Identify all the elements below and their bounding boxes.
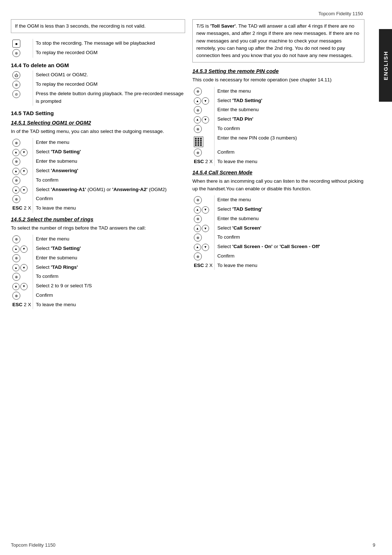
header-title: Topcom Fidelity 1150 [318,11,363,16]
esc1-icon-cell: ESC 2 X [11,204,33,212]
table-row: Enter the new PIN code (3 numbers) [192,134,364,148]
tad-setting3-text: Select 'TAD Setting' [214,96,364,106]
confirm1-icon: ⊕ [12,177,20,185]
power-icon-cell: ⏻ [11,70,33,80]
table-row: ▲ ▼ Select 'Call Screen - On' or 'Call S… [192,242,364,252]
replay2-icon-cell: ⊛ [11,80,33,89]
tad-pin-text: Select 'TAD Pin' [214,115,364,124]
submenu-text: Enter the submenu [33,157,185,166]
confirm7-icon-cell: ⊕ [192,233,214,242]
tad-rings-text: Select 'TAD Rings' [33,263,185,272]
menu6-icon-cell: ⊕ [192,105,214,115]
table-row: ESC 2 X To leave the menu [11,300,185,309]
table-row: ⏻ Select OGM1 or OGM2. [11,70,185,80]
confirm2-icon: ⊕ [12,195,20,203]
confirm1-icon-cell: ⊕ [11,176,33,185]
updown-icon: ▲ ▼ [12,149,28,156]
updown8-icon-cell: ▲ ▼ [192,115,214,124]
confirm2-icon-cell: ⊕ [11,194,33,204]
pin-code-text: Enter the new PIN code (3 numbers) [214,134,364,148]
power-text: Select OGM1 or OGM2. [33,70,185,80]
arrow-up-icon: ▲ [12,149,20,156]
table-row: ▲ ▼ Select 'TAD Setting' [192,96,364,106]
arrow-up6-icon: ▲ [12,283,20,290]
menu7-text: Enter the menu [214,195,364,205]
keypad-icon [194,137,203,147]
table-row: ▲ ▼ Select 'TAD Pin' [192,115,364,124]
updown9-icon: ▲ ▼ [194,206,209,214]
section-14-5-3-body: This code is necessary for remote operat… [192,76,364,84]
table-row: ⊕ To confirm [192,233,364,242]
table-row: ⊕ Confirm [192,148,364,157]
table-row: ⊕ Enter the menu [11,235,185,244]
menu-icon: ⊕ [12,139,20,147]
delete-icon-cell: ⊘ [11,89,33,106]
confirm3-icon-cell: ⊕ [11,272,33,281]
main-content: If the OGM is less than 3 seconds, the r… [11,19,381,312]
table-row: ⊕ Enter the submenu [192,214,364,224]
page-footer: Topcom Fidelity 1150 9 [11,542,375,548]
section-14-5-3-table: ⊕ Enter the menu ▲ ▼ Select 'TAD Setting… [192,87,364,166]
arrow-down7-icon: ▼ [202,97,209,105]
table-row: ⊕ Confirm [192,252,364,261]
confirm8-icon: ⊕ [194,252,202,260]
menu7-icon-cell: ⊕ [192,195,214,205]
section-14-5-4-body: When there is an incomming call you can … [192,178,364,193]
arrow-down10-icon: ▼ [202,225,209,232]
confirm3-icon: ⊕ [12,273,20,281]
menu2-icon-cell: ⊕ [11,157,33,166]
arrow-down11-icon: ▼ [202,244,209,251]
confirm5-icon-cell: ⊕ [192,124,214,134]
table-row: ESC 2 X To leave the menu [11,204,185,212]
arrow-down6-icon: ▼ [20,283,28,290]
table-row: ⊛ To replay the recorded OGM [11,80,185,89]
confirm1-text: To confirm [33,176,185,185]
updown5-icon: ▲ ▼ [12,264,28,271]
menu-icon-cell: ⊕ [11,138,33,147]
updown11-icon: ▲ ▼ [194,244,209,251]
updown2-icon: ▲ ▼ [12,168,28,175]
updown3-icon-cell: ▲ ▼ [11,185,33,195]
esc4-icon-cell: ESC 2 X [192,261,214,270]
updown4-icon: ▲ ▼ [12,246,28,253]
call-screen-on-off-text: Select 'Call Screen - On' or 'Call Scree… [214,242,364,252]
confirm5-icon: ⊕ [194,125,202,133]
section-14-5-3-subtitle: 14.5.3 Setting the remote PIN code [192,68,364,74]
section-14-4-table: ⏻ Select OGM1 or OGM2. ⊛ To replay the r… [11,70,185,106]
arrow-down2-icon: ▼ [20,168,28,175]
right-column: T/S is 'Toll Saver'. The TAD will answer… [192,19,364,312]
esc2-label: ESC [12,302,23,307]
confirm4-icon-cell: ⊕ [11,291,33,300]
arrow-down8-icon: ▼ [202,116,209,123]
updown6-icon-cell: ▲ ▼ [11,281,33,291]
table-row: ▲ ▼ Select 2 to 9 or select T/S [11,281,185,291]
menu3-text: Enter the menu [33,235,185,244]
menu-text: Enter the menu [33,138,185,147]
menu4-icon: ⊕ [12,254,20,262]
section-14-5-1-body: In of the TAD setting menu, you can also… [11,128,185,135]
section-14-5-4-table: ⊕ Enter the menu ▲ ▼ Select 'TAD Setting… [192,195,364,270]
menu7-icon: ⊕ [194,196,202,204]
arrow-up7-icon: ▲ [194,97,201,105]
confirm2-text: Confirm [33,194,185,204]
tad-setting4-text: Select 'TAD Setting' [214,205,364,214]
table-row: ⊕ Enter the submenu [11,157,185,166]
confirm4-icon: ⊕ [12,292,20,300]
stop-icon-cell: ■ [11,39,33,48]
table-row: ⊕ Enter the submenu [192,105,364,115]
replay-text: To replay the recorded OGM [33,48,185,58]
esc3-icon-cell: ESC 2 X [192,157,214,166]
delete-icon: ⊘ [12,90,20,98]
updown10-icon: ▲ ▼ [194,225,209,232]
table-row: ⊛ To replay the recorded OGM [11,48,185,58]
updown10-icon-cell: ▲ ▼ [192,224,214,233]
section-14-5-title: 14.5 TAD Setting [11,110,185,116]
arrow-down3-icon: ▼ [20,186,28,194]
table-row: ⊕ Enter the menu [192,195,364,205]
section-14-5-1-table: ⊕ Enter the menu ▲ ▼ Select 'TAD Setting… [11,138,185,213]
tad-setting-text: Select 'TAD Setting' [33,147,185,157]
replay-icon-cell: ⊛ [11,48,33,58]
confirm5-text: To confirm [214,124,364,134]
table-row: ▲ ▼ Select 'Answering-A1' (OGM1) or 'Ans… [11,185,185,195]
table-row: ■ To stop the recording. The message wil… [11,39,185,48]
